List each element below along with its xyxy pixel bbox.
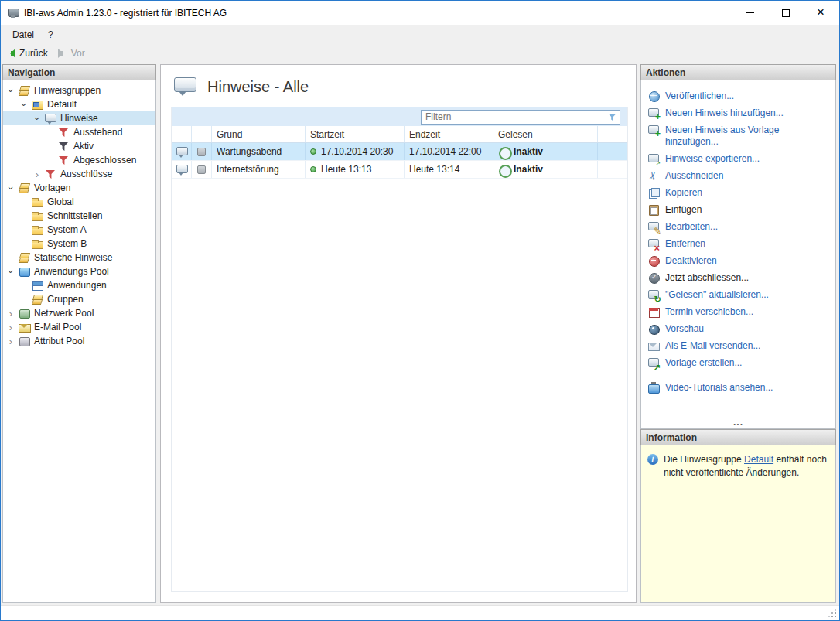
tree-item-label: Aktiv (73, 141, 94, 152)
tree-item-label: Ausschlüsse (60, 169, 112, 179)
tree-item-aktiv[interactable]: Aktiv (3, 139, 155, 153)
information-body: Die Hinweisgruppe Default enthält noch n… (640, 445, 836, 603)
tree-item-e-mail-pool[interactable]: ›E-Mail Pool (3, 320, 155, 334)
action-ver-ffentlichen[interactable]: Veröffentlichen... (647, 87, 832, 104)
tree-item-ausschl-sse[interactable]: ›Ausschlüsse (3, 167, 155, 181)
filter-red-icon (57, 154, 70, 166)
tree-item-attribut-pool[interactable]: ›Attribut Pool (3, 334, 155, 348)
filter-box[interactable] (421, 110, 620, 125)
pool-blue-icon (18, 265, 30, 278)
action-vorschau[interactable]: Vorschau (647, 320, 832, 337)
tree-item-system-b[interactable]: System B (3, 237, 155, 251)
action-bearbeiten[interactable]: Bearbeiten... (647, 218, 832, 235)
action-kopieren[interactable]: Kopieren (647, 184, 832, 201)
menu-help[interactable]: ? (41, 26, 60, 43)
app-icon (7, 7, 19, 19)
filter-funnel-icon[interactable] (606, 111, 618, 123)
action-neuen-hinweis-aus-vorlage-hinzuf-gen[interactable]: Neuen Hinweis aus Vorlage hinzufügen... (647, 121, 832, 150)
action-hinweise-exportieren[interactable]: Hinweise exportieren... (647, 150, 832, 167)
tree-item-vorlagen[interactable]: ›Vorlagen (3, 181, 155, 195)
action-als-e-mail-versenden[interactable]: Als E-Mail versenden... (647, 337, 832, 354)
chevron-right-icon[interactable]: › (6, 336, 15, 346)
tree-item-global[interactable]: Global (3, 195, 155, 209)
chevron-right-icon[interactable]: › (6, 322, 15, 333)
tree-item-anwendungen[interactable]: Anwendungen (3, 278, 155, 292)
tree-item-anwendungs-pool[interactable]: ›Anwendungs Pool (3, 264, 155, 278)
layers-yellow-icon (18, 84, 30, 97)
note-bubble-icon (176, 145, 188, 158)
action-einf-gen[interactable]: Einfügen (647, 201, 832, 218)
column-header-startzeit[interactable]: Startzeit (306, 126, 405, 142)
action-video-tutorials-ansehen[interactable]: Video-Tutorials ansehen... (647, 379, 832, 396)
tree-item-ausstehend[interactable]: Ausstehend (3, 125, 155, 139)
tree-item-label: Attribut Pool (34, 336, 84, 346)
cell-filler (598, 161, 627, 178)
tree-item-hinweise[interactable]: ›Hinweise (3, 111, 155, 125)
menu-datei[interactable]: Datei (5, 26, 41, 43)
grund-text: Wartungsabend (217, 146, 282, 157)
tree-item-netzwerk-pool[interactable]: ›Netzwerk Pool (3, 306, 155, 320)
resize-grip[interactable] (827, 608, 836, 617)
forward-button[interactable]: Vor (57, 48, 85, 59)
chevron-down-icon[interactable]: › (19, 100, 29, 109)
tree-item-schnittstellen[interactable]: Schnittstellen (3, 209, 155, 223)
action-neuen-hinweis-hinzuf-gen[interactable]: Neuen Hinweis hinzufügen... (647, 104, 832, 121)
tree-item-label: Anwendungen (47, 280, 107, 291)
table-row-wartungsabend[interactable]: Wartungsabend17.10.2014 20:3017.10.2014 … (172, 143, 627, 161)
column-header-endzeit[interactable]: Endzeit (405, 126, 493, 142)
default-group-link[interactable]: Default (744, 454, 773, 465)
action-ausschneiden[interactable]: Ausschneiden (647, 167, 832, 184)
tree-item-abgeschlossen[interactable]: Abgeschlossen (3, 153, 155, 167)
tree-item-statische-hinweise[interactable]: Statische Hinweise (3, 251, 155, 264)
column-header-state[interactable] (192, 126, 212, 142)
tree-item-gruppen[interactable]: Gruppen (3, 292, 155, 306)
tree-item-label: Schnittstellen (47, 210, 102, 221)
gelesen-text: Inaktiv (514, 146, 543, 157)
close-button[interactable] (804, 1, 839, 25)
tree-item-system-a[interactable]: System A (3, 223, 155, 237)
chevron-down-icon[interactable]: › (6, 183, 16, 193)
chevron-right-icon[interactable]: › (6, 309, 15, 319)
action-label: Einfügen (665, 203, 702, 216)
action-entfernen[interactable]: Entfernen (647, 235, 832, 252)
pool-mail-icon (18, 321, 30, 333)
action-vorlage-erstellen[interactable]: Vorlage erstellen... (647, 354, 832, 371)
note-export-icon (647, 152, 660, 165)
chevron-down-icon[interactable]: › (6, 267, 16, 276)
column-header-icon[interactable] (172, 126, 192, 142)
column-header-grund[interactable]: Grund (212, 126, 306, 142)
chevron-down-icon[interactable]: › (6, 86, 16, 95)
note-bubble-icon (44, 112, 56, 125)
action-deaktivieren[interactable]: Deaktivieren (647, 252, 832, 269)
tree-item-label: Vorlagen (34, 183, 70, 193)
action-gelesen-aktualisieren[interactable]: "Gelesen" aktualisieren... (647, 286, 832, 303)
state-square-icon (197, 148, 206, 156)
actions-overflow[interactable]: ... (641, 417, 835, 428)
back-button[interactable]: Zurück (5, 48, 48, 59)
action-jetzt-abschliessen[interactable]: Jetzt abschliessen... (647, 269, 832, 286)
action-label: Termin verschieben... (665, 305, 753, 318)
action-label: Kopieren (665, 186, 702, 199)
navigation-header: Navigation (2, 64, 156, 80)
maximize-button[interactable] (768, 1, 804, 25)
hinweise-table: GrundStartzeitEndzeitGelesen Wartungsabe… (171, 107, 628, 592)
filter-input[interactable] (425, 111, 606, 122)
preview-icon (647, 322, 660, 335)
action-label: Als E-Mail versenden... (665, 340, 760, 352)
actions-header: Aktionen (640, 64, 836, 80)
column-header-gelesen[interactable]: Gelesen (493, 126, 598, 142)
pool-attr-icon (18, 335, 30, 347)
chevron-down-icon[interactable]: › (32, 114, 43, 123)
video-tutorials-icon (647, 381, 660, 394)
chevron-right-icon[interactable]: › (32, 169, 42, 179)
reschedule-icon (647, 305, 660, 318)
table-row-internetst-rung[interactable]: InternetstörungHeute 13:13Heute 13:14Ina… (172, 161, 627, 179)
action-label: Ausschneiden (665, 169, 723, 182)
cell-gelesen: Inaktiv (493, 161, 598, 178)
tree-item-hinweisgruppen[interactable]: ›Hinweisgruppen (3, 84, 155, 97)
minimize-button[interactable] (732, 1, 768, 25)
action-termin-verschieben[interactable]: Termin verschieben... (647, 303, 832, 320)
window-controls (732, 1, 839, 25)
tree-item-default[interactable]: ›Default (3, 97, 155, 111)
column-header-label: Endzeit (409, 129, 440, 140)
